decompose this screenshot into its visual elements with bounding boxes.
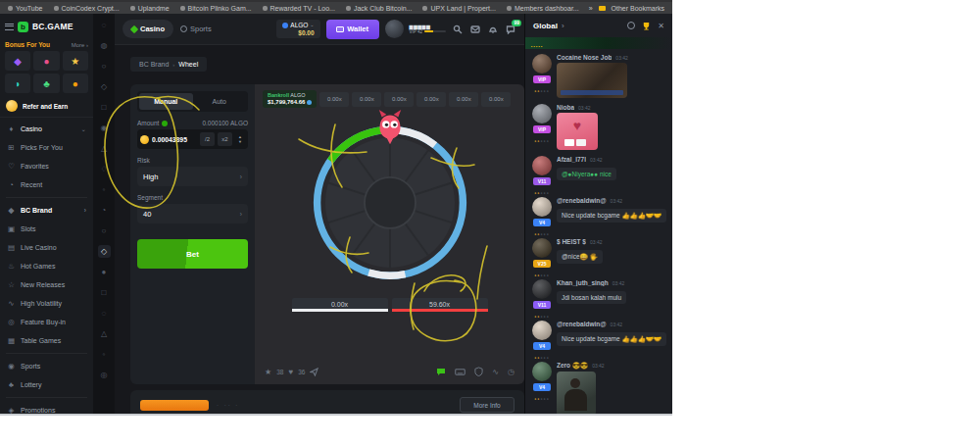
chat-avatar[interactable] [532,197,552,217]
amount-input[interactable]: 0.00043895 /2 x2 ▲ ▼ [137,129,248,149]
rail-game-icon[interactable]: □ [98,286,111,299]
sidebar-item[interactable]: ◈ Promotions [0,401,93,414]
chat-avatar[interactable] [532,104,552,124]
history-multiplier-chip[interactable]: 0.00x [352,92,381,107]
rail-game-icon[interactable]: ◦ [98,183,111,196]
bonus-tile[interactable]: ♣ [33,74,59,93]
rail-game-icon[interactable]: ◇ [98,245,111,258]
chat-image[interactable] [557,113,598,150]
chat-username[interactable]: Afzal_l77l [557,156,586,163]
user-avatar[interactable] [385,20,404,38]
more-info-button[interactable]: More Info [460,397,514,413]
sidebar-item[interactable]: ◉ Sports [0,357,93,375]
sidebar-item[interactable] [6,397,87,398]
chat-image[interactable] [557,372,596,414]
chat-avatar[interactable] [532,238,552,258]
tab-auto[interactable]: Auto [193,93,247,110]
live-stats-icon[interactable]: ∿ [492,368,499,376]
double-bet-button[interactable]: x2 [218,132,232,146]
bookmark-item[interactable]: YouTube [8,5,43,12]
rail-game-icon[interactable]: □ [98,101,111,114]
bcgame-logo[interactable]: BC.GAME [32,22,74,31]
segment-select[interactable]: 40 › [137,204,248,223]
tab-manual[interactable]: Manual [139,93,193,110]
chat-username[interactable]: Nioba [557,104,574,111]
rail-game-icon[interactable]: ◌ [98,19,111,31]
info-icon[interactable] [162,121,168,126]
rail-game-icon[interactable]: ◌ [98,307,111,320]
quick-chat-icon[interactable] [436,367,446,376]
bookmark-item[interactable]: Jack Club Bitcoin... [346,5,413,12]
chat-avatar[interactable] [532,362,552,381]
sidebar-item[interactable]: ◆ BC Brand › [0,201,93,220]
rail-game-icon[interactable]: ◉ [98,122,111,134]
search-icon[interactable] [452,24,464,35]
amount-value[interactable]: 0.00043895 [152,136,197,143]
sidebar-item[interactable]: ◔ Recent [0,175,93,194]
chat-avatar[interactable] [532,156,552,175]
bonus-more-link[interactable]: More › [72,42,88,48]
tab-sports[interactable]: Sports [180,25,212,33]
chat-image[interactable] [557,63,627,98]
favorite-star-icon[interactable]: ★ [265,368,271,376]
trophy-icon[interactable] [642,22,651,30]
sidebar-item[interactable]: ▣ Slots [0,220,93,238]
rail-game-icon[interactable]: ◍ [98,39,111,52]
history-multiplier-chip[interactable]: 0.00x [319,92,349,107]
bookmark-item[interactable]: Rewarded TV - Loo... [263,5,335,12]
breadcrumb-section[interactable]: BC Brand [139,61,169,68]
sidebar-item[interactable]: ♣ Lottery [0,375,93,394]
rail-game-icon[interactable]: ● [98,266,111,278]
sidebar-item[interactable] [6,353,87,354]
hotkeys-keyboard-icon[interactable] [455,368,466,376]
rail-game-icon[interactable]: ◎ [98,369,111,381]
close-icon[interactable]: ✕ [658,22,664,30]
messages-icon[interactable] [469,24,481,35]
sidebar-item[interactable]: ⊞ Picks For You [0,138,93,157]
history-multiplier-chip[interactable]: 0.00x [481,92,511,107]
fairness-shield-icon[interactable] [474,367,483,376]
history-multiplier-chip[interactable]: 0.00x [416,92,446,107]
chat-username[interactable]: $ HEIST $ [557,238,586,245]
result-multiplier-white[interactable]: 0.00x [292,298,388,312]
chat-room-title[interactable]: Global [533,22,558,30]
bonus-tile[interactable]: ● [33,51,59,71]
sidebar-item[interactable]: ♦ Casino ⌄ [0,120,93,138]
chat-username[interactable]: Khan_juth_singh [557,279,609,286]
sidebar-item[interactable]: ▦ Table Games [0,331,93,350]
bookmark-item[interactable]: Bitcoin Plinko Gam... [180,5,252,12]
history-clock-icon[interactable]: ◷ [508,368,514,376]
chat-username[interactable]: Cocaine Nose Job [557,54,612,61]
bookmark-item[interactable]: Members dashboar... [507,5,579,12]
rail-game-icon[interactable]: △ [98,327,111,340]
sidebar-item[interactable]: ♡ Favorites [0,157,93,175]
history-multiplier-chip[interactable]: 0.00x [449,92,478,107]
bonus-tile[interactable]: ◗ [5,74,30,93]
sidebar-item[interactable]: ∿ High Volatility [0,294,93,313]
bonus-tile[interactable]: ★ [63,51,88,71]
rail-game-icon[interactable]: ○ [98,60,111,73]
chat-avatar[interactable] [532,279,552,299]
chat-username[interactable]: Zero 😎😎 [557,362,588,370]
provider-badge[interactable] [140,400,209,411]
bonus-tile[interactable]: ● [63,74,88,93]
bookmark-item[interactable]: Uplandme [130,5,170,12]
rail-game-icon[interactable]: ◇ [98,80,111,93]
menu-icon[interactable] [5,24,14,30]
chat-toggle-icon[interactable]: 99 [505,24,516,35]
chat-username[interactable]: @renebaldwin@ [557,321,607,327]
rail-game-icon[interactable]: ◔ [98,204,111,217]
result-multiplier-red[interactable]: 59.60x [392,298,488,312]
notifications-bell-icon[interactable] [487,24,499,35]
step-down-icon[interactable]: ▼ [235,139,245,144]
chevron-right-icon[interactable]: › [562,22,564,30]
rail-game-icon[interactable]: ◦ [98,348,111,361]
risk-select[interactable]: High › [137,167,248,186]
sidebar-item[interactable]: ♨ Hot Games [0,257,93,275]
share-icon[interactable] [310,368,318,376]
sidebar-item[interactable]: ☆ New Releases [0,275,93,294]
chat-username[interactable]: @renebaldwin@ [557,197,607,204]
history-multiplier-chip[interactable]: 0.00x [384,92,414,107]
sidebar-item[interactable] [6,197,87,198]
bookmark-item[interactable]: UPX Land | Propert... [422,5,495,12]
